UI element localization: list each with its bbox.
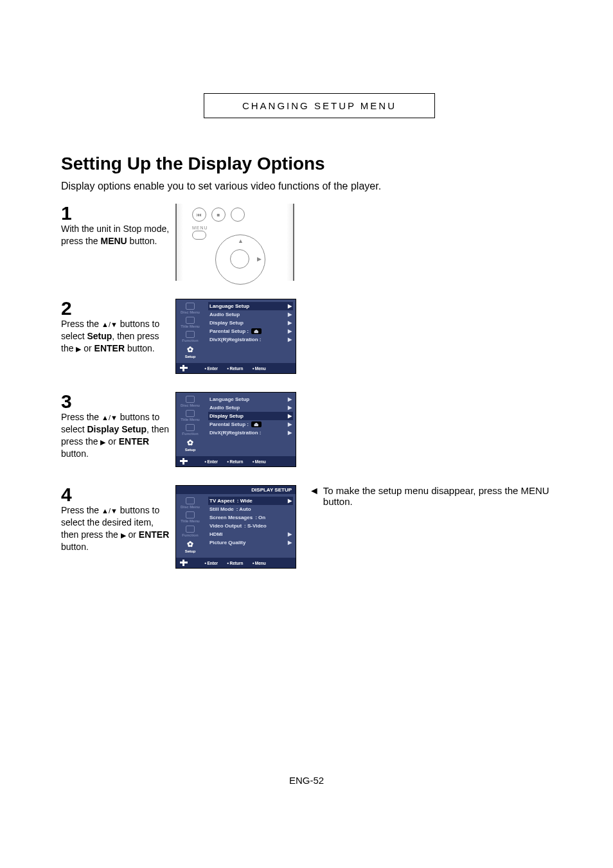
b: ENTER	[139, 529, 169, 540]
l: Language Setup	[209, 396, 249, 402]
caret-icon: ▶	[288, 328, 292, 334]
l: Display Setup	[209, 413, 244, 419]
t: or	[126, 529, 139, 540]
side-setup-label: Setup	[185, 549, 196, 553]
step-4-note: ◄ To make the setup menu disappear, pres…	[296, 485, 578, 507]
title-icon	[186, 511, 195, 518]
page-number: ENG-52	[0, 775, 613, 786]
osd-sidebar: Disc Menu Title Menu Function ✿Setup	[176, 393, 204, 456]
side-disc-label: Disc Menu	[181, 310, 200, 314]
l: Picture Quality	[209, 540, 245, 545]
l: DivX(R)Registration :	[209, 430, 261, 436]
step-1-number: 1	[61, 204, 170, 223]
row-parental-setup: Parental Setup :⏏▶	[208, 327, 293, 335]
down-glyph-icon: ▼	[111, 506, 118, 516]
side-function: Function	[176, 330, 204, 344]
side-title-menu: Title Menu	[176, 316, 204, 330]
title-icon	[186, 410, 195, 417]
lock-icon: ⏏	[251, 421, 262, 427]
remote-menu-label: MENU	[192, 226, 208, 230]
row-divx-reg: DivX(R)Registration :▶	[208, 429, 293, 437]
l: Display Setup	[209, 320, 244, 326]
l: Audio Setup	[209, 312, 240, 317]
function-icon	[186, 526, 195, 533]
caret-icon: ▶	[288, 413, 292, 419]
l: Parental Setup :	[209, 328, 249, 334]
right-glyph-icon: ▶	[121, 531, 126, 540]
caret-icon: ▶	[288, 430, 292, 436]
caret-icon: ▶	[288, 421, 292, 427]
caret-icon: ▶	[288, 312, 292, 317]
row-display-setup: Display Setup▶	[208, 319, 293, 327]
step-2-text: Press the ▲/▼ buttons to select Setup, t…	[61, 318, 170, 355]
side-func-label: Function	[182, 533, 198, 537]
step-4-number: 4	[61, 485, 170, 504]
down-glyph-icon: ▼	[111, 413, 118, 423]
b: Setup	[87, 331, 112, 341]
caret-icon: ▶	[288, 320, 292, 326]
step-3: 3 Press the ▲/▼ buttons to select Displa…	[61, 392, 578, 467]
lock-icon: ⏏	[251, 328, 262, 334]
step-1-post: button.	[127, 236, 157, 246]
osd-list: Language Setup▶ Audio Setup▶ Display Set…	[204, 299, 296, 363]
osd-screen-2: Disc Menu Title Menu Function ✿Setup Lan…	[175, 299, 296, 374]
t: Press the	[61, 319, 102, 329]
up-glyph-icon: ▲	[102, 413, 109, 423]
note-text: To make the setup menu disappear, press …	[323, 485, 578, 507]
side-func-label: Function	[182, 339, 198, 342]
l: Screen Messages	[209, 515, 253, 520]
t: or	[81, 343, 94, 353]
row-video-output: Video Output: S-Video	[208, 522, 293, 530]
footer-menu: Menu	[252, 561, 265, 565]
footer-menu: Menu	[252, 459, 265, 464]
step-4: 4 Press the ▲/▼ buttons to select the de…	[61, 485, 578, 569]
remote-prev-icon: ⏮	[192, 208, 206, 222]
side-setup-label: Setup	[185, 448, 196, 452]
v: : Wide	[237, 498, 253, 504]
osd-title-bar: DISPLAY SETUP	[176, 486, 296, 494]
gear-icon: ✿	[186, 345, 195, 354]
l: Audio Setup	[209, 405, 240, 411]
function-icon	[186, 424, 195, 431]
footer-enter: Enter	[204, 561, 218, 565]
intro-text: Display options enable you to set variou…	[61, 181, 578, 192]
caret-icon: ▶	[288, 405, 292, 411]
t: Press the	[61, 412, 102, 422]
side-disc-menu: Disc Menu	[176, 497, 204, 511]
function-icon	[186, 331, 195, 338]
row-hdmi: HDMI▶	[208, 530, 293, 538]
page-title: Setting Up the Display Options	[61, 154, 578, 174]
l: TV Aspect	[209, 498, 235, 504]
nav-cross-icon	[180, 365, 188, 371]
osd-footer: Enter Return Menu	[176, 456, 296, 466]
row-language-setup: Language Setup▶	[208, 395, 293, 403]
step-3-text: Press the ▲/▼ buttons to select Display …	[61, 411, 170, 460]
caret-icon: ▶	[288, 498, 292, 504]
row-screen-messages: Screen Messages: On	[208, 513, 293, 522]
remote-dpad: ▲ ▶	[215, 235, 265, 285]
step-2-number: 2	[61, 299, 170, 318]
step-3-number: 3	[61, 392, 170, 411]
v: : Auto	[236, 506, 251, 512]
disc-icon	[186, 497, 195, 504]
gear-icon: ✿	[186, 540, 195, 549]
row-display-setup: Display Setup▶	[208, 412, 293, 420]
osd-list: TV Aspect: Wide▶ Still Mode: Auto Screen…	[204, 494, 296, 558]
footer-return: Return	[227, 561, 243, 565]
step-1-text: With the unit in Stop mode, press the ME…	[61, 223, 170, 247]
side-function: Function	[176, 525, 204, 539]
step-4-text: Press the ▲/▼ buttons to select the desi…	[61, 504, 170, 553]
side-title-label: Title Menu	[181, 324, 200, 328]
dpad-right-icon: ▶	[257, 256, 262, 262]
side-function: Function	[176, 423, 204, 438]
osd-footer: Enter Return Menu	[176, 363, 296, 373]
dpad-up-icon: ▲	[238, 238, 244, 244]
side-setup: ✿Setup	[176, 344, 204, 360]
caret-icon: ▶	[288, 396, 292, 402]
gear-icon: ✿	[186, 438, 195, 447]
t: button.	[125, 343, 155, 353]
up-glyph-icon: ▲	[102, 506, 109, 516]
side-title-label: Title Menu	[181, 519, 200, 523]
side-func-label: Function	[182, 432, 198, 436]
osd-sidebar: Disc Menu Title Menu Function ✿Setup	[176, 494, 204, 558]
